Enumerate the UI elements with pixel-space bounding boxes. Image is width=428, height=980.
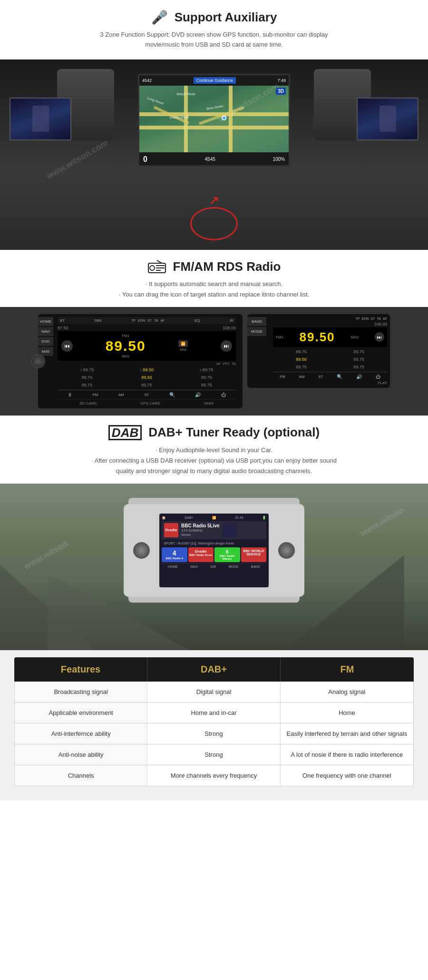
radio-freq-left: 87.50 xyxy=(58,326,68,330)
gps-map: Long Street Strand Street Bree Street Be… xyxy=(139,86,289,152)
radio-search-btn[interactable]: 🔍 xyxy=(169,392,175,397)
gps-screen: 4542 Continue Guidance 7:49 Long Street … xyxy=(138,74,290,167)
preset-3[interactable]: 3 89.75 xyxy=(177,366,236,373)
radio-desc-2: · You can drag the icon of target statio… xyxy=(29,289,399,300)
dab-wifi-icon: 📶 xyxy=(212,516,216,520)
radio-center-info: FM1 89.50 MHz xyxy=(106,334,146,358)
radio-rewind-btn[interactable]: ⏮ xyxy=(61,340,73,352)
nav-home[interactable]: HOME xyxy=(38,317,53,326)
radio-top-row: BT DIM TP EON ST TA AF EQ IR xyxy=(58,317,236,324)
feature-row-5: Channels More channels every frequency O… xyxy=(14,765,414,786)
street-label-1: Long Street xyxy=(147,96,164,105)
radio-power-btn[interactable]: ⏻ xyxy=(221,392,226,397)
preset-5[interactable]: 89.50 xyxy=(117,374,176,381)
right-preset-6[interactable]: 89.75 xyxy=(331,364,387,370)
dab-tiles-grid: 4 BBC Radio 4 Dradie BBC Radio 5Live 6 B… xyxy=(162,547,266,562)
auxiliary-title: Support Auxiliary xyxy=(175,10,277,25)
radio-forward-btn[interactable]: ⏭ xyxy=(221,340,232,352)
feat-fm-4: A lot of nosie if there is radio interfe… xyxy=(281,744,413,765)
right-preset-5[interactable]: 89.75 xyxy=(273,364,330,370)
gps-4542: 4542 xyxy=(142,78,152,83)
radio-st-label: ST xyxy=(144,393,149,397)
dab-album-art xyxy=(223,523,237,537)
right-preset-2[interactable]: 89.75 xyxy=(331,348,387,355)
dab-tile-bbc4[interactable]: 4 BBC Radio 4 xyxy=(162,547,187,562)
gps-3d-badge: 3D xyxy=(276,88,286,95)
gps-speed: 0 xyxy=(143,155,147,164)
features-col-header-3: FM xyxy=(281,657,414,682)
mode-btn[interactable]: MODE xyxy=(247,327,266,336)
street-label-2: Strand Street xyxy=(169,116,189,119)
dab-nav-sim[interactable]: SIM xyxy=(210,565,216,568)
auxiliary-description: 3 Zone Function Support: DVD screen show… xyxy=(100,30,328,50)
nav-navi[interactable]: NAVI xyxy=(38,327,53,336)
nav-dvd[interactable]: DVD xyxy=(38,337,53,346)
dab-section: DAB DAB+ Tuner Ready (optional) · Enjoy … xyxy=(0,416,428,484)
car-interior-image: 4542 Continue Guidance 7:49 Long Street … xyxy=(0,59,428,250)
right-preset-1[interactable]: 89.75 xyxy=(273,348,330,355)
dab-screen: 🏠 DAB+ 📶 01:43 🔋 Dradie BBC Radio 5Live … xyxy=(159,514,269,587)
road-h1 xyxy=(139,112,289,116)
preset-1[interactable]: 1 89.75 xyxy=(58,366,117,373)
feat-dab-5: More channels every frequency xyxy=(147,765,280,786)
feat-dab-1: Digital signal xyxy=(147,682,280,702)
dab-station-name: BBC Radio 5Live xyxy=(181,523,220,528)
preset-8[interactable]: 89.75 xyxy=(117,382,176,388)
radio-pause-btn[interactable]: ⏸ xyxy=(68,392,72,397)
dab-tile-bbc6[interactable]: 6 BBC Radio 6Music xyxy=(214,547,240,562)
dab-nav-band[interactable]: BAND xyxy=(251,565,260,568)
right-volume-btn[interactable]: 🔊 xyxy=(356,374,362,379)
right-search-btn[interactable]: 🔍 xyxy=(337,374,342,379)
right-power-btn[interactable]: ⏻ xyxy=(376,374,380,379)
radio-right-forward[interactable]: ⏭ xyxy=(375,332,384,342)
radio-knob-left[interactable] xyxy=(31,354,45,368)
dab-nav-home[interactable]: HOME xyxy=(168,565,178,568)
dab-knob-left[interactable] xyxy=(133,542,150,559)
radio-play-label: PLAY xyxy=(273,381,387,385)
dab-knob-right[interactable] xyxy=(278,542,295,559)
gps-time: 7:49 xyxy=(277,78,286,83)
radio-section: FM/AM RDS Radio · It supports automatic … xyxy=(0,250,428,307)
dab-nav-mode[interactable]: MODE xyxy=(228,565,238,568)
features-section: Features DAB+ FM Broadcasting signal Dig… xyxy=(0,650,428,801)
dab-nav-navi[interactable]: NAVI xyxy=(190,565,198,568)
dab-home-icon: 🏠 xyxy=(162,516,166,520)
preset-7[interactable]: 89.75 xyxy=(58,382,117,388)
radio-card-row: SD CARD GPS CARD SEEK xyxy=(58,399,236,406)
feat-fm-5: One frequency with one channel xyxy=(281,765,413,786)
dab-sport-ticker: SPORT - RUGBY [31]: Warrington winger Ke… xyxy=(162,541,266,546)
radio-eq-label: EQ xyxy=(195,318,200,323)
radio-sd-card: SD CARD xyxy=(79,401,97,406)
preset-4[interactable]: 89.75 xyxy=(58,374,117,381)
radio-volume-btn[interactable]: 🔊 xyxy=(195,392,201,397)
radio-dim-label: DIM xyxy=(95,318,102,323)
radio-right-main: TP EON ST TA AF 108.00 FM1 89.50 MHz ⏭ 8… xyxy=(273,317,387,385)
right-preset-4[interactable]: 89.75 xyxy=(331,356,387,363)
dab-station-freq: 174.928MHz xyxy=(181,528,220,533)
band-btn[interactable]: BAND xyxy=(247,317,266,326)
radio-mhz-label: MHz xyxy=(106,354,146,358)
right-fm-label: FM xyxy=(280,375,285,379)
radio-main-display: BT DIM TP EON ST TA AF EQ IR 87.50 108.0… xyxy=(58,317,236,406)
preset-2[interactable]: 2 89.50 xyxy=(117,366,176,373)
dab-tile-bbcworld[interactable]: BBC WORLD SERVICE xyxy=(241,547,267,562)
radio-icon xyxy=(147,259,166,274)
dab-screen-topbar: 🏠 DAB+ 📶 01:43 🔋 xyxy=(162,516,266,520)
dab-time: 01:43 xyxy=(235,516,243,519)
right-preset-3[interactable]: 89.50 xyxy=(273,356,330,363)
dab-station-type: News xyxy=(181,533,220,537)
radio-freq-display-main: ⏮ FM1 89.50 MHz 📶 MHz ⏭ xyxy=(58,331,236,361)
dab-station-logo: Dradie xyxy=(164,523,178,537)
feat-fm-2: Home xyxy=(281,703,413,723)
preset-9[interactable]: 89.75 xyxy=(177,382,236,388)
dab-tile-bbc5live[interactable]: Dradie BBC Radio 5Live xyxy=(188,547,214,562)
radio-header: FM/AM RDS Radio xyxy=(29,259,399,274)
dab-desc-1: · Enjoy Audiophile-level Sound in your C… xyxy=(29,445,399,455)
road-v1 xyxy=(184,86,188,152)
radio-title: FM/AM RDS Radio xyxy=(173,259,281,274)
gps-topbar: 4542 Continue Guidance 7:49 xyxy=(139,75,289,86)
side-screen-left xyxy=(10,98,71,140)
preset-6[interactable]: 89.75 xyxy=(177,374,236,381)
dab-station-details: BBC Radio 5Live 174.928MHz News xyxy=(181,523,220,537)
radio-signal-icon: 📶 xyxy=(178,340,188,347)
